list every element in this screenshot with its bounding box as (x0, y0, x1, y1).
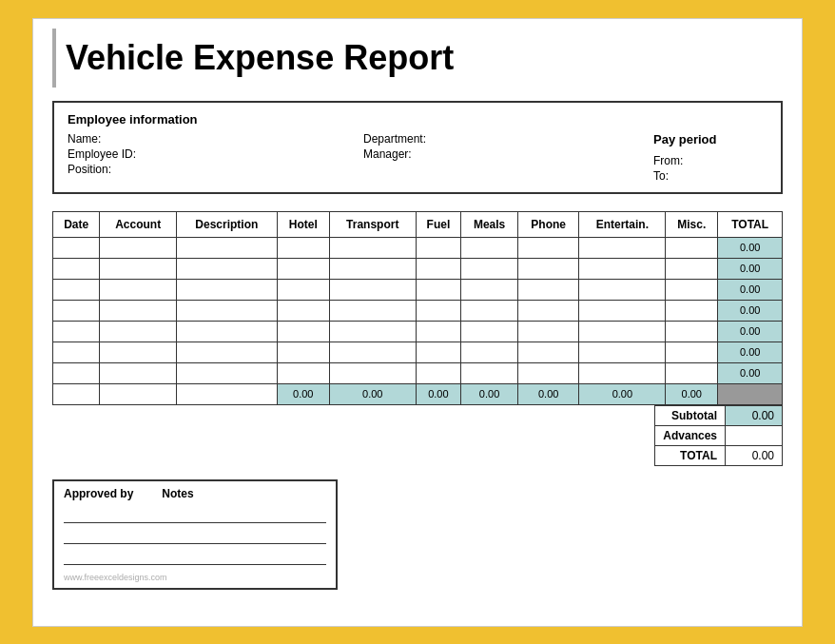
cell-r3-c5 (416, 300, 461, 321)
totals-empty-3 (176, 383, 277, 404)
cell-r0-c10: 0.00 (718, 237, 783, 258)
approved-lines (64, 508, 326, 565)
dept-label: Department: (363, 132, 426, 146)
cell-r1-c7 (517, 258, 578, 279)
pay-period-title: Pay period (653, 132, 767, 146)
employee-col-2: Department: Manager: (363, 132, 426, 183)
cell-r0-c4 (329, 237, 416, 258)
totals-empty-1 (53, 383, 100, 404)
table-row: 0.00 (53, 300, 783, 321)
approved-by-label: Approved by (64, 487, 133, 500)
col-meals: Meals (461, 211, 518, 237)
grand-total-label: TOTAL (655, 445, 726, 465)
cell-r4-c7 (517, 321, 578, 342)
cell-r3-c2 (176, 300, 277, 321)
grand-total-value: 0.00 (726, 445, 783, 465)
grand-total-row: TOTAL 0.00 (655, 445, 783, 465)
cell-r5-c9 (666, 342, 718, 362)
cell-r4-c0 (53, 321, 100, 342)
cell-r3-c8 (579, 300, 666, 321)
totals-hotel: 0.00 (277, 383, 329, 404)
table-row: 0.00 (53, 321, 783, 342)
col-misc: Misc. (666, 211, 718, 237)
employee-col-1: Name: Employee ID: Position: (68, 132, 136, 183)
summary-section: Subtotal 0.00 Advances TOTAL 0.00 (52, 405, 783, 466)
cell-r4-c5 (416, 321, 461, 342)
totals-empty-2 (100, 383, 176, 404)
cell-r4-c2 (176, 321, 277, 342)
totals-entertain: 0.00 (579, 383, 666, 404)
name-label: Name: (68, 132, 136, 146)
table-header-row: Date Account Description Hotel Transport… (53, 211, 783, 237)
cell-r1-c10: 0.00 (718, 258, 783, 279)
cell-r5-c4 (329, 342, 416, 362)
table-row: 0.00 (53, 362, 783, 383)
cell-r2-c2 (176, 279, 277, 300)
cell-r6-c10: 0.00 (718, 362, 783, 383)
cell-r4-c1 (100, 321, 176, 342)
totals-misc: 0.00 (666, 383, 718, 404)
advances-value (726, 425, 783, 445)
cell-r3-c7 (517, 300, 578, 321)
col-hotel: Hotel (277, 211, 329, 237)
cell-r2-c9 (666, 279, 718, 300)
page-title: Vehicle Expense Report (52, 29, 783, 88)
from-label: From: (653, 154, 767, 167)
table-row: 0.00 (53, 237, 783, 258)
employee-info-box: Employee information Name: Employee ID: … (52, 101, 783, 194)
cell-r3-c6 (461, 300, 518, 321)
to-label: To: (653, 169, 767, 183)
cell-r4-c3 (277, 321, 329, 342)
cell-r1-c9 (666, 258, 718, 279)
cell-r5-c5 (416, 342, 461, 362)
totals-meals: 0.00 (461, 383, 518, 404)
cell-r4-c4 (329, 321, 416, 342)
watermark: www.freeexceldesigns.com (64, 573, 326, 582)
col-account: Account (100, 211, 176, 237)
cell-r6-c9 (666, 362, 718, 383)
cell-r1-c6 (461, 258, 518, 279)
cell-r1-c1 (100, 258, 176, 279)
table-row: 0.00 (53, 279, 783, 300)
position-label: Position: (68, 163, 136, 176)
cell-r2-c1 (100, 279, 176, 300)
cell-r6-c5 (416, 362, 461, 383)
cell-r6-c0 (53, 362, 100, 383)
cell-r0-c1 (100, 237, 176, 258)
cell-r0-c3 (277, 237, 329, 258)
col-total: TOTAL (718, 211, 783, 237)
cell-r5-c7 (517, 342, 578, 362)
cell-r2-c5 (416, 279, 461, 300)
notes-label: Notes (162, 487, 193, 500)
cell-r5-c8 (579, 342, 666, 362)
cell-r5-c1 (100, 342, 176, 362)
cell-r0-c2 (176, 237, 277, 258)
empid-label: Employee ID: (68, 147, 136, 161)
approved-line-1 (64, 508, 326, 523)
cell-r4-c10: 0.00 (718, 321, 783, 342)
cell-r3-c3 (277, 300, 329, 321)
cell-r6-c3 (277, 362, 329, 383)
cell-r6-c1 (100, 362, 176, 383)
cell-r1-c5 (416, 258, 461, 279)
approved-box: Approved by Notes www.freeexceldesigns.c… (52, 479, 338, 590)
cell-r3-c1 (100, 300, 176, 321)
subtotal-label: Subtotal (655, 405, 726, 425)
cell-r1-c2 (176, 258, 277, 279)
cell-r4-c6 (461, 321, 518, 342)
totals-phone: 0.00 (517, 383, 578, 404)
cell-r0-c5 (416, 237, 461, 258)
col-phone: Phone (517, 211, 578, 237)
cell-r1-c3 (277, 258, 329, 279)
col-description: Description (176, 211, 277, 237)
manager-label: Manager: (363, 147, 426, 161)
cell-r1-c4 (329, 258, 416, 279)
cell-r4-c9 (666, 321, 718, 342)
approved-line-2 (64, 529, 326, 544)
cell-r1-c0 (53, 258, 100, 279)
page: Vehicle Expense Report Employee informat… (32, 18, 803, 627)
cell-r3-c4 (329, 300, 416, 321)
totals-total (718, 383, 783, 404)
cell-r6-c4 (329, 362, 416, 383)
cell-r0-c8 (579, 237, 666, 258)
